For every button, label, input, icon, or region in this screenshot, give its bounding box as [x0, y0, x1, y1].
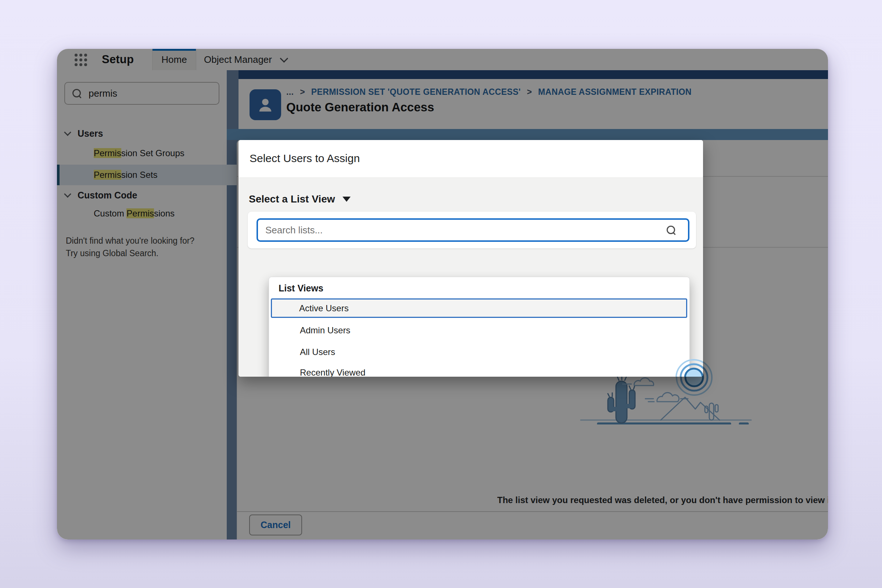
search-icon [667, 226, 675, 234]
select-users-modal: Select Users to Assign Select a List Vie… [238, 140, 703, 376]
dropdown-item-label: Recently Viewed [300, 368, 365, 376]
list-view-selector-label: Select a List View [249, 193, 335, 205]
list-search-input[interactable] [256, 218, 689, 242]
dropdown-item-all-users[interactable]: All Users [269, 342, 689, 362]
list-search-container: List Views Active Users Admin Users All … [248, 212, 696, 248]
sun-illustration-bright [671, 355, 703, 376]
dropdown-item-admin-users[interactable]: Admin Users [269, 320, 689, 340]
dropdown-item-label: All Users [300, 347, 335, 357]
dropdown-group-header: List Views [279, 283, 323, 294]
modal-body: Select a List View List Views Active Use… [238, 178, 703, 376]
modal-title: Select Users to Assign [249, 140, 360, 177]
dropdown-item-active-users[interactable]: Active Users [271, 298, 687, 318]
caret-down-icon [342, 196, 351, 202]
list-views-dropdown: List Views Active Users Admin Users All … [268, 277, 690, 376]
list-view-selector[interactable]: Select a List View [249, 193, 351, 205]
modal-header: Select Users to Assign [238, 140, 703, 178]
app-window: Setup Home Object Manager Users Permissi… [57, 49, 828, 540]
dropdown-item-label: Active Users [299, 303, 349, 314]
dropdown-item-recently-viewed[interactable]: Recently Viewed [269, 362, 689, 376]
dropdown-item-label: Admin Users [300, 325, 350, 336]
